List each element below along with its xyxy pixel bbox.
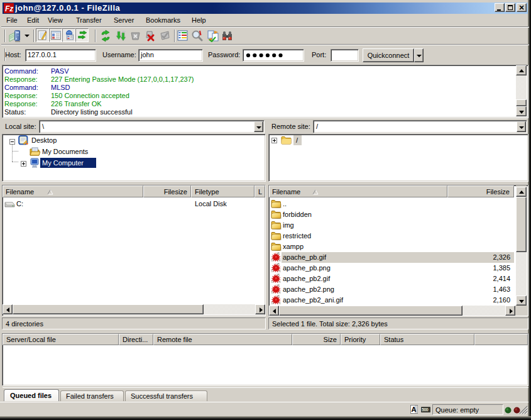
svg-text:A: A [412,406,417,413]
svg-text:Fz: Fz [5,4,13,13]
